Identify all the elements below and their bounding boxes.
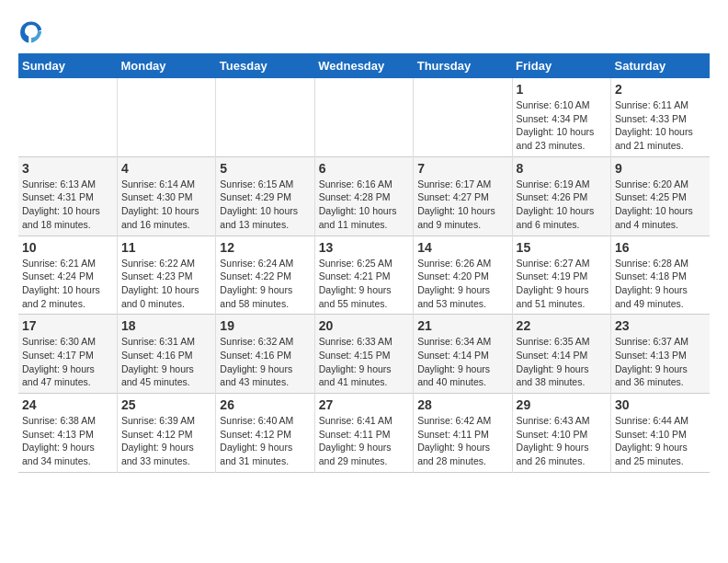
day-number: 25 xyxy=(121,397,211,412)
day-cell: 30Sunrise: 6:44 AM Sunset: 4:10 PM Dayli… xyxy=(611,394,710,473)
header-cell-friday: Friday xyxy=(512,53,610,78)
day-number: 27 xyxy=(319,397,409,412)
day-cell xyxy=(216,78,314,156)
day-info: Sunrise: 6:25 AM Sunset: 4:21 PM Dayligh… xyxy=(319,257,409,311)
day-cell: 25Sunrise: 6:39 AM Sunset: 4:12 PM Dayli… xyxy=(117,394,215,473)
day-info: Sunrise: 6:28 AM Sunset: 4:18 PM Dayligh… xyxy=(615,257,706,311)
day-cell: 11Sunrise: 6:22 AM Sunset: 4:23 PM Dayli… xyxy=(117,236,215,315)
logo xyxy=(18,18,48,44)
day-info: Sunrise: 6:14 AM Sunset: 4:30 PM Dayligh… xyxy=(121,178,211,232)
day-number: 15 xyxy=(517,240,607,255)
header-cell-sunday: Sunday xyxy=(18,53,117,78)
day-number: 17 xyxy=(22,318,113,333)
day-number: 24 xyxy=(22,397,113,412)
day-cell: 17Sunrise: 6:30 AM Sunset: 4:17 PM Dayli… xyxy=(18,315,117,394)
day-cell xyxy=(18,78,117,156)
day-info: Sunrise: 6:21 AM Sunset: 4:24 PM Dayligh… xyxy=(22,257,113,311)
day-number: 3 xyxy=(22,161,113,176)
day-number: 26 xyxy=(220,397,310,412)
day-info: Sunrise: 6:31 AM Sunset: 4:16 PM Dayligh… xyxy=(121,335,211,389)
day-cell: 21Sunrise: 6:34 AM Sunset: 4:14 PM Dayli… xyxy=(414,315,512,394)
day-info: Sunrise: 6:16 AM Sunset: 4:28 PM Dayligh… xyxy=(319,178,409,232)
day-cell: 12Sunrise: 6:24 AM Sunset: 4:22 PM Dayli… xyxy=(216,236,314,315)
day-cell: 22Sunrise: 6:35 AM Sunset: 4:14 PM Dayli… xyxy=(512,315,610,394)
day-cell: 13Sunrise: 6:25 AM Sunset: 4:21 PM Dayli… xyxy=(314,236,413,315)
day-info: Sunrise: 6:11 AM Sunset: 4:33 PM Dayligh… xyxy=(615,98,706,153)
day-info: Sunrise: 6:33 AM Sunset: 4:15 PM Dayligh… xyxy=(319,335,409,389)
day-number: 7 xyxy=(417,161,507,176)
day-info: Sunrise: 6:39 AM Sunset: 4:12 PM Dayligh… xyxy=(121,414,211,468)
day-cell: 3Sunrise: 6:13 AM Sunset: 4:31 PM Daylig… xyxy=(18,156,117,236)
day-number: 28 xyxy=(417,397,507,412)
day-number: 20 xyxy=(319,318,409,333)
logo-icon xyxy=(18,18,44,44)
day-cell: 8Sunrise: 6:19 AM Sunset: 4:26 PM Daylig… xyxy=(512,156,610,236)
day-number: 9 xyxy=(615,161,706,176)
header-cell-thursday: Thursday xyxy=(414,53,512,78)
day-number: 23 xyxy=(615,318,706,333)
week-row-3: 10Sunrise: 6:21 AM Sunset: 4:24 PM Dayli… xyxy=(18,236,710,315)
day-info: Sunrise: 6:26 AM Sunset: 4:20 PM Dayligh… xyxy=(417,257,507,311)
day-cell: 1Sunrise: 6:10 AM Sunset: 4:34 PM Daylig… xyxy=(512,78,610,156)
header-cell-saturday: Saturday xyxy=(611,53,710,78)
day-number: 13 xyxy=(319,240,409,255)
day-number: 30 xyxy=(615,397,706,412)
week-row-2: 3Sunrise: 6:13 AM Sunset: 4:31 PM Daylig… xyxy=(18,156,710,236)
day-info: Sunrise: 6:10 AM Sunset: 4:34 PM Dayligh… xyxy=(517,98,607,153)
day-cell: 5Sunrise: 6:15 AM Sunset: 4:29 PM Daylig… xyxy=(216,156,314,236)
day-info: Sunrise: 6:15 AM Sunset: 4:29 PM Dayligh… xyxy=(220,178,310,232)
day-number: 1 xyxy=(517,82,607,97)
day-cell: 29Sunrise: 6:43 AM Sunset: 4:10 PM Dayli… xyxy=(512,394,610,473)
day-number: 29 xyxy=(517,397,607,412)
day-cell: 28Sunrise: 6:42 AM Sunset: 4:11 PM Dayli… xyxy=(414,394,512,473)
day-number: 11 xyxy=(121,240,211,255)
day-cell: 2Sunrise: 6:11 AM Sunset: 4:33 PM Daylig… xyxy=(611,78,710,156)
day-info: Sunrise: 6:38 AM Sunset: 4:13 PM Dayligh… xyxy=(22,414,113,468)
day-info: Sunrise: 6:24 AM Sunset: 4:22 PM Dayligh… xyxy=(220,257,310,311)
day-number: 6 xyxy=(319,161,409,176)
day-number: 22 xyxy=(517,318,607,333)
day-cell: 19Sunrise: 6:32 AM Sunset: 4:16 PM Dayli… xyxy=(216,315,314,394)
day-cell: 23Sunrise: 6:37 AM Sunset: 4:13 PM Dayli… xyxy=(611,315,710,394)
day-cell xyxy=(314,78,413,156)
week-row-5: 24Sunrise: 6:38 AM Sunset: 4:13 PM Dayli… xyxy=(18,394,710,473)
day-cell xyxy=(414,78,512,156)
day-number: 14 xyxy=(417,240,507,255)
day-cell: 26Sunrise: 6:40 AM Sunset: 4:12 PM Dayli… xyxy=(216,394,314,473)
day-number: 2 xyxy=(615,82,706,97)
day-info: Sunrise: 6:30 AM Sunset: 4:17 PM Dayligh… xyxy=(22,335,113,389)
day-cell: 20Sunrise: 6:33 AM Sunset: 4:15 PM Dayli… xyxy=(314,315,413,394)
header-cell-wednesday: Wednesday xyxy=(314,53,413,78)
day-cell: 24Sunrise: 6:38 AM Sunset: 4:13 PM Dayli… xyxy=(18,394,117,473)
day-info: Sunrise: 6:40 AM Sunset: 4:12 PM Dayligh… xyxy=(220,414,310,468)
day-cell: 10Sunrise: 6:21 AM Sunset: 4:24 PM Dayli… xyxy=(18,236,117,315)
day-info: Sunrise: 6:17 AM Sunset: 4:27 PM Dayligh… xyxy=(417,178,507,232)
page-header xyxy=(18,18,710,44)
day-info: Sunrise: 6:37 AM Sunset: 4:13 PM Dayligh… xyxy=(615,335,706,389)
day-info: Sunrise: 6:19 AM Sunset: 4:26 PM Dayligh… xyxy=(517,178,607,232)
header-cell-tuesday: Tuesday xyxy=(216,53,314,78)
day-number: 18 xyxy=(121,318,211,333)
day-cell: 9Sunrise: 6:20 AM Sunset: 4:25 PM Daylig… xyxy=(611,156,710,236)
day-number: 10 xyxy=(22,240,113,255)
day-number: 16 xyxy=(615,240,706,255)
day-cell: 18Sunrise: 6:31 AM Sunset: 4:16 PM Dayli… xyxy=(117,315,215,394)
day-info: Sunrise: 6:35 AM Sunset: 4:14 PM Dayligh… xyxy=(517,335,607,389)
day-info: Sunrise: 6:13 AM Sunset: 4:31 PM Dayligh… xyxy=(22,178,113,232)
week-row-4: 17Sunrise: 6:30 AM Sunset: 4:17 PM Dayli… xyxy=(18,315,710,394)
day-info: Sunrise: 6:44 AM Sunset: 4:10 PM Dayligh… xyxy=(615,414,706,468)
day-info: Sunrise: 6:43 AM Sunset: 4:10 PM Dayligh… xyxy=(517,414,607,468)
day-info: Sunrise: 6:27 AM Sunset: 4:19 PM Dayligh… xyxy=(517,257,607,311)
day-cell: 15Sunrise: 6:27 AM Sunset: 4:19 PM Dayli… xyxy=(512,236,610,315)
day-cell: 14Sunrise: 6:26 AM Sunset: 4:20 PM Dayli… xyxy=(414,236,512,315)
day-info: Sunrise: 6:34 AM Sunset: 4:14 PM Dayligh… xyxy=(417,335,507,389)
day-number: 21 xyxy=(417,318,507,333)
day-number: 12 xyxy=(220,240,310,255)
day-info: Sunrise: 6:20 AM Sunset: 4:25 PM Dayligh… xyxy=(615,178,706,232)
day-cell: 6Sunrise: 6:16 AM Sunset: 4:28 PM Daylig… xyxy=(314,156,413,236)
header-cell-monday: Monday xyxy=(117,53,215,78)
day-number: 5 xyxy=(220,161,310,176)
week-row-1: 1Sunrise: 6:10 AM Sunset: 4:34 PM Daylig… xyxy=(18,78,710,156)
day-info: Sunrise: 6:41 AM Sunset: 4:11 PM Dayligh… xyxy=(319,414,409,468)
day-cell xyxy=(117,78,215,156)
